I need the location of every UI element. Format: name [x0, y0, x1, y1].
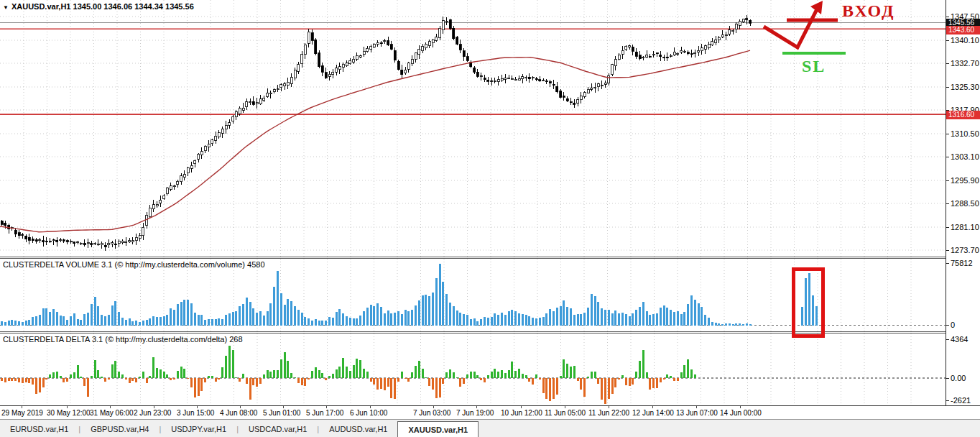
price-tick-label: 1303.10: [951, 152, 979, 161]
indicator-tick-mark: [946, 325, 949, 326]
price-tick-mark: [946, 180, 949, 181]
time-tick-mark: [370, 406, 371, 408]
time-tick-mark: [326, 406, 327, 408]
time-tick-label: 30 May 12:00: [47, 409, 91, 417]
price-chart-panel[interactable]: [0, 0, 946, 259]
price-tick-mark: [946, 134, 949, 134]
triangle-down-icon[interactable]: ▼: [3, 4, 9, 11]
chart-tab-gbpusd[interactable]: GBPUSD.var,H4: [80, 420, 159, 437]
price-tick-mark: [946, 87, 949, 88]
time-tick-mark: [240, 406, 241, 408]
time-tick-mark: [565, 406, 565, 408]
indicator-tick-mark: [946, 378, 949, 379]
time-tick-mark: [521, 406, 522, 408]
moving-average-line: [0, 50, 750, 232]
time-tick-label: 10 Jun 12:00: [501, 409, 542, 417]
time-tick-mark: [67, 406, 68, 408]
level-price-badge: 1343.60: [946, 26, 980, 34]
volume-bars: [1, 264, 818, 326]
chart-tab-usdjpy[interactable]: USDJPY.var,H1: [161, 420, 236, 437]
time-tick-mark: [283, 406, 284, 408]
time-tick-label: 11 Jun 22:00: [588, 409, 629, 417]
chart-tab-xauusd[interactable]: XAUUSD.var,H1: [397, 421, 479, 437]
time-axis[interactable]: 29 May 201930 May 12:0031 May 06:002 Jun…: [0, 405, 980, 420]
chart-tab-eurusd[interactable]: EURUSD.var,H1: [0, 420, 78, 437]
delta-indicator-panel[interactable]: [0, 334, 946, 405]
chart-tab-audusd[interactable]: AUDUSD.var,H1: [319, 420, 397, 437]
time-tick-label: 4 Jun 08:00: [220, 409, 257, 417]
price-tick-label: 1332.70: [951, 59, 979, 68]
candlestick-chart: [0, 0, 946, 257]
time-tick-label: 14 Jun 00:00: [720, 409, 762, 417]
time-tick-label: 13 Jun 07:00: [676, 409, 718, 417]
indicator-tick-mark: [946, 263, 949, 264]
volume-scale-max: 75812: [951, 259, 973, 267]
volume-scale-min: 0: [951, 321, 955, 329]
price-tick-mark: [946, 227, 949, 228]
price-tick-label: 1288.50: [951, 199, 979, 208]
ohlc-high: 1346.06: [103, 2, 132, 11]
time-tick-mark: [609, 406, 609, 408]
symbol-title: XAUUSD.var,H1: [11, 2, 71, 11]
time-tick-mark: [22, 406, 22, 408]
price-tick-mark: [946, 250, 949, 251]
time-tick-mark: [197, 406, 198, 408]
chart-ohlc-header: ▼XAUUSD.var,H1 1345.00 1346.06 1344.34 1…: [3, 2, 194, 11]
level-price-badge: 1316.60: [946, 111, 980, 119]
price-tick-mark: [946, 63, 949, 64]
price-tick-label: 1273.70: [951, 246, 979, 254]
indicator-tick-mark: [946, 339, 949, 340]
price-tick-mark: [946, 40, 949, 41]
time-tick-mark: [476, 406, 477, 408]
time-tick-label: 7 Jun 03:00: [413, 409, 450, 417]
time-tick-label: 6 Jun 10:00: [350, 409, 387, 417]
ohlc-open: 1345.00: [73, 2, 102, 11]
delta-bars-chart: [0, 334, 946, 405]
time-tick-mark: [652, 406, 653, 408]
price-tick-label: 1295.90: [951, 176, 979, 185]
time-tick-label: 7 Jun 19:00: [456, 409, 494, 417]
time-tick-label: 5 Jun 01:00: [263, 409, 300, 417]
chart-tab-usdcad[interactable]: USDCAD.var,H1: [239, 420, 317, 437]
time-tick-mark: [740, 406, 741, 408]
chart-tab-bar: EURUSD.var,H1|GBPUSD.var,H4|USDJPY.var,H…: [0, 419, 980, 437]
price-tick-mark: [946, 203, 949, 204]
time-tick-label: 5 Jun 17:00: [306, 409, 343, 417]
price-tick-label: 1281.10: [951, 223, 979, 231]
volume-highlight-rectangle[interactable]: [792, 267, 825, 338]
delta-scale-min: -2621: [951, 396, 971, 405]
price-axis[interactable]: 1347.501340.101332.701325.301317.901310.…: [946, 0, 980, 405]
delta-bars: [1, 346, 696, 404]
volume-indicator-label: CLUSTERDELTA VOLUME 3.1 (© http://my.clu…: [3, 260, 265, 269]
time-tick-mark: [696, 406, 697, 408]
time-tick-label: 12 Jun 14:00: [632, 409, 674, 417]
indicator-tick-mark: [946, 400, 949, 401]
time-tick-label: 31 May 06:00: [90, 409, 134, 417]
price-tick-mark: [946, 157, 949, 157]
price-tick-label: 1310.50: [951, 129, 979, 138]
price-tick-label: 1340.10: [951, 36, 979, 45]
ohlc-close: 1345.56: [165, 2, 194, 11]
time-tick-label: 3 Jun 15:00: [177, 409, 214, 417]
time-tick-label: 29 May 2019: [1, 409, 43, 417]
price-tick-mark: [946, 17, 949, 17]
time-tick-label: 11 Jun 05:00: [545, 409, 586, 417]
time-tick-mark: [433, 406, 434, 408]
time-tick-mark: [110, 406, 111, 408]
delta-indicator-label: CLUSTERDELTA DELTA 3.1 (© http://my.clus…: [3, 335, 243, 344]
time-tick-mark: [154, 406, 154, 408]
mt4-chart-window: ▼XAUUSD.var,H1 1345.00 1346.06 1344.34 1…: [0, 0, 980, 437]
time-tick-label: 2 Jun 23:00: [134, 409, 171, 417]
ohlc-low: 1344.34: [134, 2, 163, 11]
candles: [1, 15, 752, 250]
delta-scale-max: 4364: [951, 335, 968, 344]
price-tick-label: 1325.30: [951, 83, 979, 91]
delta-scale-zero: 0.00: [951, 374, 966, 382]
